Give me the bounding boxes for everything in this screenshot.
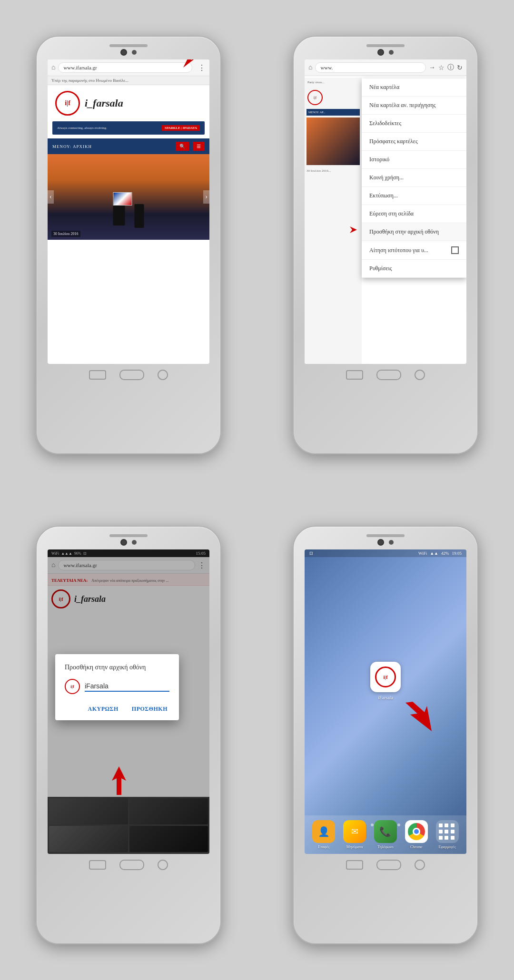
app-grid-dot (445, 823, 448, 827)
chrome-menu: Νέα καρτέλα Νέα καρτέλα αν. περιήγησης Σ… (362, 78, 466, 278)
app-grid-dot (451, 836, 455, 840)
camera-1 (120, 49, 127, 56)
menu-item-settings[interactable]: Ρυθμίσεις (362, 260, 466, 278)
silhouette-1 (113, 197, 144, 225)
chrome-icon (405, 820, 428, 843)
app-grid-dot (439, 823, 443, 827)
hero-image-1: ‹ › 30 Ιουλίου 2016 (48, 154, 209, 240)
speaker-2 (366, 44, 405, 47)
info-icon[interactable]: ⓘ (447, 63, 454, 72)
arrow-to-add-home (333, 223, 359, 236)
partial-logo: i|f (305, 87, 362, 108)
menu-item-recent-tabs[interactable]: Πρόσφατες καρτέλες (362, 133, 466, 151)
menu-item-new-tab[interactable]: Νέα καρτέλα (362, 78, 466, 97)
recent-btn-3[interactable] (89, 860, 106, 870)
speaker-3 (109, 534, 148, 537)
nav-menu-1: ΜΕΝΟΥ: ΑΡΧΙΚΗ 🔍 ☰ (48, 138, 209, 154)
phone-frame-3: WiFi ▲▲▲ 96% ⊡ 15:05 ⌂ www.ifarsala.gr ⋮… (0, 490, 257, 980)
site-logo-1: i|f i_farsala (48, 85, 209, 121)
forward-icon[interactable]: → (429, 64, 435, 71)
back-btn-3[interactable] (158, 860, 168, 870)
menu-item-bookmarks[interactable]: Σελιδοδείκτες (362, 115, 466, 133)
chrome-inner (413, 828, 420, 835)
dialog-input-field[interactable] (85, 681, 169, 692)
sensor-1 (132, 50, 137, 55)
partial-date: 30 Ιουλίου 2016... (305, 167, 362, 175)
partial-ad: ΜΕΝΟΥ: ΑΡ... (306, 109, 360, 116)
browser-bar-1: ⌂ www.ifarsala.gr ⋮ (48, 59, 209, 76)
camera-4 (377, 539, 384, 546)
chrome-circle (408, 823, 425, 840)
refresh-icon[interactable]: ↻ (457, 64, 463, 72)
app-grid-dot (451, 823, 455, 827)
ifarsala-label: iFarsala (378, 695, 393, 700)
screen-2: ⌂ www. → ☆ ⓘ ↻ Νέα καρτέλα Νέα καρτέλα α… (305, 59, 466, 364)
notification-icon-4: ⊡ (309, 551, 313, 556)
logo-icon-1: i|f (55, 91, 80, 116)
dock-4: 👤 Επαφές ✉ Μηνύματα 📞 Τηλ (305, 815, 466, 854)
phone-frame-1: ⌂ www.ifarsala.gr ⋮ Υπέρ της παραμονής σ… (0, 0, 257, 490)
hero-prev-1[interactable]: ‹ (48, 190, 54, 204)
homescreen-4: ⊡ WiFi ▲▲ 42% 19:05 i|f (305, 549, 466, 854)
cancel-button[interactable]: ΑΚΥΡΩΣΗ (86, 704, 120, 715)
recent-btn-2[interactable] (346, 370, 363, 380)
home-btn-3[interactable] (119, 860, 144, 870)
camera-2 (377, 49, 384, 56)
recent-btn-1[interactable] (89, 370, 106, 380)
sensor-4 (389, 540, 394, 545)
menu-item-desktop-site[interactable]: Αίτηση ιστότοπου για υ... (362, 241, 466, 260)
ifarsala-icon-img: i|f (370, 662, 401, 692)
home-btn-2[interactable] (376, 370, 401, 380)
ifarsala-app[interactable]: i|f iFarsala (370, 662, 401, 700)
add-button[interactable]: ΠΡΟΣΘΗΚΗ (130, 704, 169, 715)
back-btn-2[interactable] (415, 370, 425, 380)
top-row-2 (377, 49, 394, 56)
url-bar-2[interactable]: www. (315, 62, 426, 73)
home-btn-4[interactable] (376, 860, 401, 870)
menu-item-find[interactable]: Εύρεση στη σελίδα (362, 205, 466, 223)
apps-label: Εφαρμογές (439, 845, 456, 849)
arrow-to-menu (181, 59, 200, 69)
app-icon-area-4: i|f iFarsala (305, 557, 466, 823)
dialog-input-row-3: i|f (65, 679, 169, 694)
dock-phone[interactable]: 📞 Τηλέφωνο (374, 820, 397, 849)
nav-buttons-2 (346, 370, 425, 380)
home-icon-1[interactable]: ⌂ (51, 64, 55, 71)
menu-item-print[interactable]: Εκτύπωση... (362, 187, 466, 205)
menu-item-incognito[interactable]: Νέα καρτέλα αν. περιήγησης (362, 97, 466, 115)
hero-date-1: 30 Ιουλίου 2016 (51, 231, 80, 237)
speaker-4 (366, 534, 405, 537)
hamburger-icon-1[interactable]: ☰ (193, 142, 205, 151)
dialog-buttons-3: ΑΚΥΡΩΣΗ ΠΡΟΣΘΗΚΗ (65, 704, 169, 715)
bookmark-icon[interactable]: ☆ (438, 64, 445, 72)
url-bar-1[interactable]: www.ifarsala.gr (58, 62, 192, 73)
partial-news-ticker: Party στου... (305, 78, 362, 87)
dock-messages[interactable]: ✉ Μηνύματα (343, 820, 366, 849)
nav-buttons-4 (346, 860, 425, 870)
ifarsala-logo: i|f (375, 666, 396, 687)
app-grid-dot (439, 836, 443, 840)
dock-chrome[interactable]: Chrome (405, 820, 428, 849)
back-btn-1[interactable] (158, 370, 168, 380)
svg-marker-3 (405, 702, 432, 731)
phone-1: ⌂ www.ifarsala.gr ⋮ Υπέρ της παραμονής σ… (36, 36, 221, 454)
menu-item-add-home[interactable]: Προσθήκη στην αρχική οθόνη (362, 223, 466, 241)
home-btn-1[interactable] (119, 370, 144, 380)
app-grid-dot (445, 830, 448, 833)
dialog-overlay-3: Προσθήκη στην αρχική οθόνη i|f ΑΚΥΡΩΣΗ Π… (48, 549, 209, 854)
nav-buttons-3 (89, 860, 168, 870)
top-row-1 (120, 49, 137, 56)
dock-apps[interactable]: Εφαρμογές (436, 820, 459, 849)
hero-next-1[interactable]: › (203, 190, 209, 204)
app-grid-dot (451, 830, 455, 833)
back-btn-4[interactable] (415, 860, 425, 870)
search-icon-1[interactable]: 🔍 (176, 142, 189, 151)
desktop-site-checkbox[interactable] (451, 246, 459, 254)
menu-item-share[interactable]: Κοινή χρήση... (362, 169, 466, 187)
home-icon-2[interactable]: ⌂ (308, 64, 312, 71)
recent-btn-4[interactable] (346, 860, 363, 870)
contacts-label: Επαφές (318, 845, 329, 849)
phone-frame-2: ⌂ www. → ☆ ⓘ ↻ Νέα καρτέλα Νέα καρτέλα α… (257, 0, 514, 490)
dock-contacts[interactable]: 👤 Επαφές (312, 820, 335, 849)
menu-item-history[interactable]: Ιστορικό (362, 151, 466, 169)
